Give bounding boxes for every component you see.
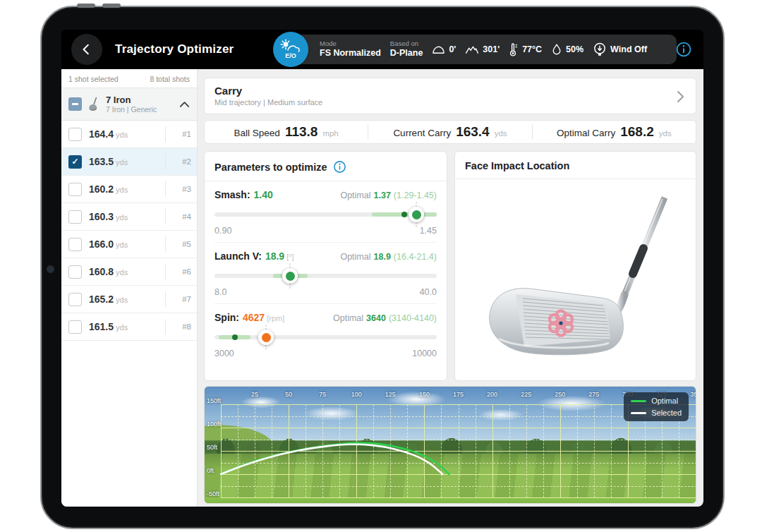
param-smash: Smash:1.40Optimal1.37(1.29-1.45)0.901.45: [214, 181, 437, 242]
stat-ball-speed: Ball Speed113.8mph: [205, 124, 368, 140]
slider-min-label: 8.0: [214, 287, 226, 297]
shot-row[interactable]: 161.5yds#8: [61, 313, 197, 341]
shot-number: #6: [173, 267, 191, 276]
shot-row[interactable]: 164.4yds#1: [61, 121, 197, 148]
parameters-card: Parameters to optimize Smash:1.40Optimal…: [204, 151, 447, 381]
main-panel: Carry Mid trajectory | Medium surface Ba…: [198, 69, 703, 507]
x-tick-label: 25: [251, 391, 258, 398]
x-tick-label: 275: [588, 391, 599, 398]
slider-min-label: 3000: [214, 349, 234, 358]
carry-title: Carry: [214, 85, 686, 97]
optimal-range: (3140-4140): [389, 313, 437, 323]
environment-optimizer-button[interactable]: E/O: [273, 32, 308, 67]
club-subtitle: 7 Iron | Generic: [106, 105, 157, 114]
club-group-checkbox[interactable]: [68, 97, 82, 111]
slider-handle[interactable]: [409, 207, 424, 222]
optimal-value: 3640: [366, 313, 386, 323]
param-slider-launch-v[interactable]: [214, 267, 437, 285]
stat-unit: yds: [495, 129, 507, 138]
legend-label: Selected: [651, 409, 682, 417]
optimal-value: 1.37: [374, 191, 391, 200]
stat-label: Optimal Carry: [557, 128, 615, 138]
face-impact-title: Face Impact Location: [465, 160, 686, 171]
mode-block[interactable]: Mode FS Normalized: [320, 40, 381, 58]
parameter-sections: Smash:1.40Optimal1.37(1.29-1.45)0.901.45…: [214, 181, 437, 365]
x-tick-label: 50: [285, 391, 292, 398]
y-tick-label: -50ft: [207, 490, 219, 497]
page-title: Trajectory Optimizer: [115, 42, 234, 56]
shot-number: #7: [173, 295, 191, 303]
env-item-trajectory-dome[interactable]: 0': [432, 44, 456, 55]
stat-value: 113.8: [285, 124, 318, 140]
legend-item-selected: Selected: [631, 409, 682, 417]
env-item-wind[interactable]: Wind Off: [593, 42, 647, 56]
club-group-header[interactable]: 7 Iron 7 Iron | Generic: [61, 88, 197, 121]
shot-row[interactable]: 160.8yds#6: [61, 258, 197, 286]
shot-checkbox[interactable]: [68, 183, 82, 196]
divider: [455, 179, 696, 179]
divider: [165, 291, 166, 307]
x-tick-label: 350: [690, 391, 696, 398]
stat-optimal-carry: Optimal Carry168.2yds: [533, 124, 696, 140]
param-unit: [°]: [286, 253, 294, 261]
shot-row[interactable]: ✓163.5yds#2: [61, 148, 197, 176]
app-bar: Trajectory Optimizer E/O: [61, 30, 703, 69]
param-slider-smash[interactable]: [214, 205, 437, 224]
stat-label: Ball Speed: [234, 128, 280, 138]
param-slider-spin[interactable]: [214, 328, 437, 346]
param-name: Launch V:: [214, 250, 262, 262]
sun-cloud-icon: E/O: [277, 35, 305, 64]
legend-swatch: [631, 400, 646, 402]
volume-button: [77, 4, 95, 8]
collapse-group-button[interactable]: [179, 101, 190, 108]
shot-unit: yds: [116, 241, 128, 249]
divider: [165, 126, 166, 142]
y-tick-label: 100ft: [207, 421, 221, 428]
divider: [165, 264, 166, 279]
shot-row[interactable]: 160.2yds#3: [61, 176, 197, 203]
shot-carry: 164.4: [89, 128, 114, 140]
parameters-info-icon[interactable]: [333, 160, 346, 174]
shot-checkbox[interactable]: [68, 238, 82, 251]
shot-checkbox[interactable]: [68, 128, 82, 141]
back-button[interactable]: [71, 34, 102, 65]
shot-checkbox[interactable]: [68, 293, 82, 306]
carry-metric-card[interactable]: Carry Mid trajectory | Medium surface: [204, 78, 696, 114]
param-value: 1.40: [254, 189, 273, 200]
svg-text:E/O: E/O: [285, 52, 296, 59]
club-name: 7 Iron: [106, 95, 157, 106]
parameters-title: Parameters to optimize: [214, 162, 327, 173]
shot-row[interactable]: 166.0yds#5: [61, 231, 197, 258]
shot-checkbox[interactable]: [68, 265, 82, 279]
chevron-right-icon: [677, 90, 684, 103]
env-item-temperature[interactable]: 77°C: [509, 42, 542, 56]
shot-number: #3: [173, 185, 191, 193]
screen: Trajectory Optimizer E/O: [61, 30, 703, 507]
trajectory-chart[interactable]: 2550751001251501752002252502753003253501…: [204, 386, 696, 504]
shot-checkbox[interactable]: ✓: [68, 155, 82, 169]
shot-carry: 165.2: [89, 294, 114, 305]
env-item-elevation[interactable]: 301': [465, 44, 500, 55]
chevron-up-icon: [179, 101, 190, 108]
optimal-range: (16.4-21.4): [394, 252, 437, 262]
shot-carry: 160.3: [89, 211, 114, 222]
shot-checkbox[interactable]: [68, 320, 82, 334]
info-button[interactable]: [675, 40, 693, 59]
slider-handle[interactable]: [258, 330, 274, 345]
shot-row[interactable]: 160.3yds#4: [61, 203, 197, 231]
slider-max-label: 10000: [412, 349, 437, 358]
slider-handle[interactable]: [282, 268, 298, 284]
shot-unit: yds: [116, 158, 128, 167]
shot-row[interactable]: 165.2yds#7: [61, 286, 197, 313]
mode-value: FS Normalized: [320, 48, 381, 58]
x-tick-label: 125: [385, 391, 396, 398]
content-area: 1 shot selected 8 total shots 7 Iron 7 I…: [61, 69, 703, 507]
divider: [165, 319, 166, 334]
env-item-humidity[interactable]: 50%: [551, 43, 583, 56]
info-icon: [675, 41, 692, 58]
shot-list: 164.4yds#1✓163.5yds#2160.2yds#3160.3yds#…: [61, 121, 197, 341]
shot-checkbox[interactable]: [68, 210, 82, 224]
based-on-block[interactable]: Based on D-Plane: [390, 40, 423, 58]
slider-max-label: 40.0: [420, 287, 437, 297]
stat-unit: yds: [659, 129, 672, 138]
